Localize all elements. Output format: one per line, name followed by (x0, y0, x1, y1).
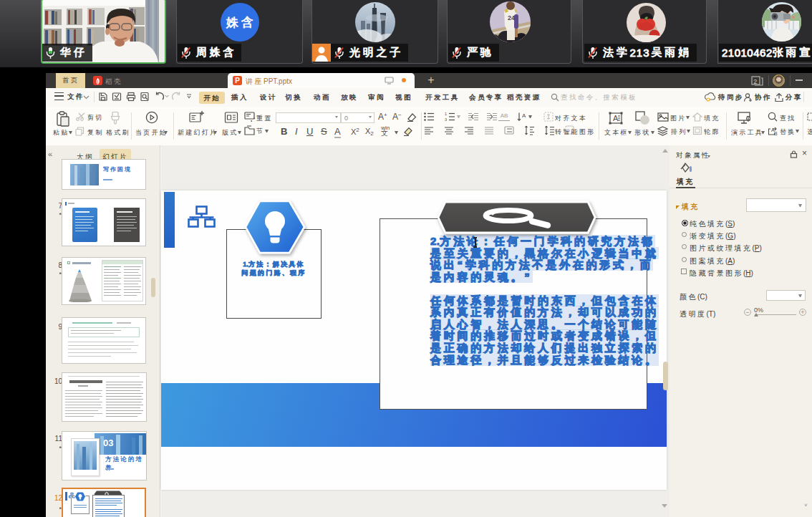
svg-text:A: A (613, 114, 619, 122)
svg-text:24: 24 (508, 14, 515, 21)
svg-text:A: A (522, 112, 526, 119)
svg-text:3: 3 (445, 117, 447, 121)
svg-text:B: B (774, 131, 778, 136)
svg-text:1: 1 (445, 112, 447, 116)
svg-text:2: 2 (753, 78, 757, 85)
